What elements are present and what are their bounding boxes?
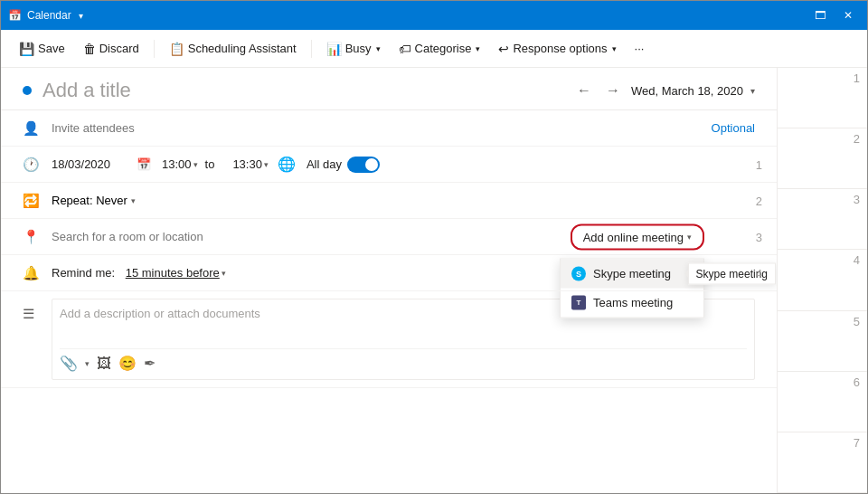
- toolbar-separator-1: [154, 40, 155, 58]
- response-label: Response options: [513, 42, 607, 55]
- title-bar-left: 📅 Calendar ▾: [8, 9, 83, 22]
- form-area: ← → Wed, March 18, 2020 ▾ 👤 Optional 🕐: [1, 68, 777, 493]
- add-online-meeting-button[interactable]: Add online meeting ▾: [571, 223, 704, 250]
- attendees-content: Optional: [52, 121, 755, 135]
- right-panel: 1 2 3 4 5 6 7: [777, 68, 867, 493]
- remind-row: 🔔 Remind me: 15 minutes before ▾ 4: [1, 255, 777, 291]
- save-button[interactable]: 💾 Save: [12, 38, 72, 60]
- main-content: ← → Wed, March 18, 2020 ▾ 👤 Optional 🕐: [1, 68, 867, 493]
- response-icon: ↩: [498, 42, 509, 56]
- location-row: 📍 Add online meeting ▾ S Skype meeting: [1, 219, 777, 255]
- description-icon: ☰: [23, 299, 41, 380]
- optional-link[interactable]: Optional: [712, 121, 755, 135]
- title-bar: 📅 Calendar ▾ 🗖 ✕: [1, 1, 867, 30]
- teams-icon: T: [571, 295, 586, 309]
- discard-label: Discard: [99, 42, 139, 55]
- busy-button[interactable]: 📊 Busy ▾: [319, 38, 388, 60]
- toggle-knob: [365, 158, 378, 171]
- remind-caret[interactable]: ▾: [222, 269, 226, 278]
- nav-date-caret[interactable]: ▾: [750, 86, 755, 96]
- repeat-label: Repeat: Never: [52, 194, 127, 207]
- add-online-container: Add online meeting ▾ S Skype meeting | S…: [571, 223, 704, 250]
- date-input[interactable]: [52, 157, 133, 171]
- more-label: ···: [635, 42, 645, 55]
- image-icon[interactable]: 🖼: [97, 356, 111, 372]
- categorise-button[interactable]: 🏷 Categorise ▾: [392, 38, 488, 60]
- location-input[interactable]: [52, 230, 323, 243]
- teams-meeting-item[interactable]: T Teams meeting: [561, 288, 703, 317]
- right-row-1: 1: [778, 68, 867, 128]
- right-row-4: 4: [778, 250, 867, 310]
- signature-icon[interactable]: ✒: [144, 355, 156, 372]
- attendees-input[interactable]: [52, 121, 712, 135]
- right-num-label-3: 3: [854, 193, 860, 206]
- to-text: to: [205, 157, 215, 171]
- time-from-select: 13:00 ▾: [162, 157, 198, 171]
- right-num-label-2: 2: [854, 132, 860, 146]
- title-nav: ← → Wed, March 18, 2020 ▾: [573, 81, 755, 100]
- calendar-icon: 📅: [8, 9, 22, 22]
- attendees-row: 👤 Optional: [1, 110, 777, 147]
- right-num-1: 1: [756, 157, 762, 171]
- right-num-label-6: 6: [854, 375, 860, 389]
- time-to-caret[interactable]: ▾: [264, 160, 269, 169]
- right-row-3: 3: [778, 189, 867, 250]
- allday-toggle-switch[interactable]: [347, 157, 380, 173]
- discard-button[interactable]: 🗑 Discard: [76, 38, 146, 60]
- toolbar-separator-2: [311, 40, 312, 58]
- right-num-4: 4: [756, 266, 762, 280]
- response-button[interactable]: ↩ Response options ▾: [491, 38, 623, 60]
- online-meeting-caret: ▾: [687, 233, 692, 242]
- time-to-select: 13:30 ▾: [232, 157, 269, 171]
- remind-content: Remind me: 15 minutes before ▾: [52, 266, 755, 280]
- repeat-icon: 🔁: [23, 193, 41, 209]
- time-to-value: 13:30: [232, 157, 262, 171]
- add-online-label: Add online meeting: [583, 230, 684, 243]
- title-dot: [23, 86, 32, 95]
- minimize-button[interactable]: 🗖: [807, 5, 833, 26]
- remind-value[interactable]: 15 minutes before: [126, 266, 220, 280]
- right-num-label-4: 4: [854, 253, 860, 267]
- remind-icon: 🔔: [23, 265, 41, 281]
- right-row-2: 2: [778, 128, 867, 189]
- timezone-icon[interactable]: 🌐: [278, 156, 296, 173]
- remind-spacer: [118, 266, 122, 280]
- attach-icon[interactable]: 📎: [60, 355, 78, 372]
- time-from-caret[interactable]: ▾: [193, 160, 198, 169]
- right-row-6: 6: [778, 372, 867, 432]
- categorise-icon: 🏷: [399, 42, 411, 56]
- more-button[interactable]: ···: [627, 38, 652, 59]
- remind-text: Remind me:: [52, 266, 115, 280]
- calendar-picker-icon[interactable]: 📅: [137, 157, 151, 171]
- right-num-label-1: 1: [854, 71, 860, 85]
- busy-caret: ▾: [376, 44, 381, 53]
- right-row-5: 5: [778, 311, 867, 372]
- location-content: Add online meeting ▾ S Skype meeting | S…: [52, 230, 755, 243]
- categorise-caret: ▾: [476, 44, 480, 53]
- scheduling-button[interactable]: 📋 Scheduling Assistant: [162, 38, 304, 60]
- description-toolbar: 📎 ▾ 🖼 😊 ✒: [60, 348, 747, 372]
- datetime-content: 📅 13:00 ▾ to 13:30 ▾ 🌐 All day: [52, 156, 755, 173]
- title-input[interactable]: [42, 79, 562, 102]
- repeat-caret[interactable]: ▾: [131, 196, 136, 205]
- right-num-2: 2: [756, 194, 762, 207]
- datetime-row: 🕐 📅 13:00 ▾ to 13:30 ▾ 🌐 All day: [1, 147, 777, 183]
- app-title-caret[interactable]: ▾: [79, 11, 83, 21]
- repeat-row: 🔁 Repeat: Never ▾ 2: [1, 183, 777, 219]
- close-button[interactable]: ✕: [836, 5, 860, 26]
- title-bar-controls: 🗖 ✕: [807, 5, 860, 26]
- nav-forward-arrow[interactable]: →: [602, 81, 624, 100]
- discard-icon: 🗑: [83, 42, 96, 56]
- nav-back-arrow[interactable]: ←: [573, 81, 595, 100]
- busy-icon: 📊: [326, 42, 342, 56]
- scheduling-label: Scheduling Assistant: [188, 42, 297, 55]
- save-label: Save: [38, 42, 65, 55]
- right-row-7: 7: [778, 432, 867, 493]
- emoji-icon[interactable]: 😊: [118, 355, 137, 372]
- right-num-label-7: 7: [854, 436, 860, 450]
- right-num-3: 3: [756, 230, 762, 243]
- attach-caret[interactable]: ▾: [85, 359, 90, 368]
- busy-label: Busy: [345, 42, 372, 55]
- location-icon: 📍: [23, 229, 41, 245]
- allday-toggle: All day: [307, 157, 380, 173]
